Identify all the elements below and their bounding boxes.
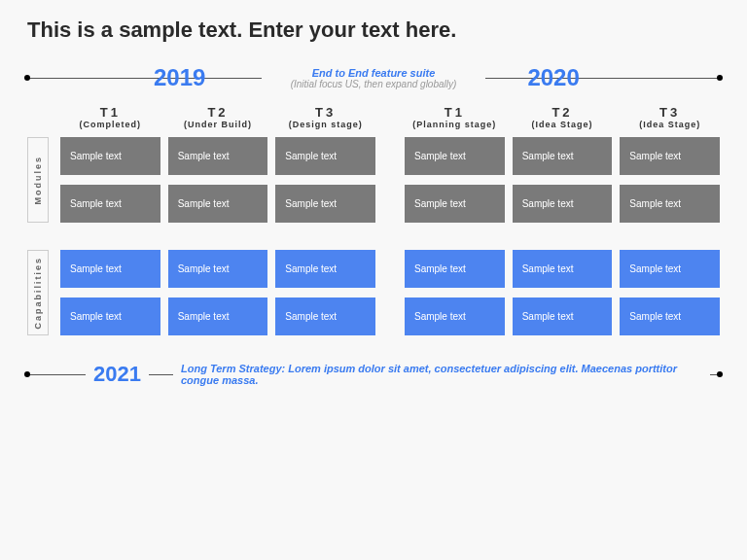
category-block: ModulesSample textSample textSample text…: [27, 137, 720, 223]
row-cells: Sample textSample textSample text: [60, 137, 375, 175]
category-label-text: Modules: [33, 156, 43, 205]
timeline-dot-left: [24, 75, 30, 81]
row-cells: Sample textSample textSample text: [60, 185, 375, 223]
category-grid: Sample textSample textSample textSample …: [60, 137, 720, 223]
stage-col: T1 (Planning stage): [405, 105, 505, 129]
year-left: 2019: [148, 64, 211, 91]
center-title: End to End feature suite: [275, 67, 472, 79]
stage-s: (Design stage): [275, 120, 375, 129]
cell: Sample text: [405, 185, 505, 223]
stage-group-2020: T1 (Planning stage) T2 (Idea Stage) T3 (…: [405, 105, 720, 129]
cell: Sample text: [60, 185, 160, 223]
cell: Sample text: [620, 137, 720, 175]
center-subtitle: (Initial focus US, then expand globally): [275, 79, 472, 89]
cell: Sample text: [275, 250, 375, 288]
cell: Sample text: [275, 137, 375, 175]
category-block: CapabilitiesSample textSample textSample…: [27, 250, 720, 335]
stage-col: T1 (Completed): [60, 105, 160, 129]
cell: Sample text: [513, 137, 613, 175]
row-cells: Sample textSample textSample text: [405, 137, 720, 175]
timeline: 2019 2020 End to End feature suite (Init…: [27, 56, 720, 99]
stage-col: T2 (Idea Stage): [513, 105, 613, 129]
stage-s: (Completed): [60, 120, 160, 129]
category-label: Capabilities: [27, 250, 49, 335]
cell: Sample text: [513, 250, 613, 288]
cell: Sample text: [168, 137, 268, 175]
stage-col: T3 (Idea Stage): [620, 105, 720, 129]
row-cells: Sample textSample textSample text: [60, 250, 375, 288]
cell: Sample text: [168, 185, 268, 223]
footer-bar: 2021 Long Term Strategy: Lorem ipsum dol…: [27, 359, 720, 390]
cell: Sample text: [513, 185, 613, 223]
stage-t: T1: [405, 105, 505, 120]
row-cells: Sample textSample textSample text: [405, 185, 720, 223]
year-grid-2019: Sample textSample textSample textSample …: [60, 137, 375, 223]
category-label: Modules: [27, 137, 49, 223]
row-cells: Sample textSample textSample text: [405, 250, 720, 288]
cell: Sample text: [60, 250, 160, 288]
stage-col: T3 (Design stage): [275, 105, 375, 129]
stage-t: T2: [513, 105, 613, 120]
cell: Sample text: [275, 298, 375, 335]
cell: Sample text: [620, 250, 720, 288]
stage-s: (Under Build): [168, 120, 268, 129]
stage-s: (Planning stage): [405, 120, 505, 129]
stage-t: T1: [60, 105, 160, 120]
row-cells: Sample textSample textSample text: [60, 298, 375, 335]
cell: Sample text: [60, 298, 160, 335]
cell: Sample text: [620, 298, 720, 335]
cell: Sample text: [60, 137, 160, 175]
category-label-text: Capabilities: [33, 257, 43, 330]
cell: Sample text: [513, 298, 613, 335]
footer-text: Long Term Strategy: Lorem ipsum dolor si…: [173, 359, 710, 390]
year-grid-2020: Sample textSample textSample textSample …: [405, 137, 720, 223]
stage-header-row: T1 (Completed) T2 (Under Build) T3 (Desi…: [60, 105, 720, 129]
stage-s: (Idea Stage): [620, 120, 720, 129]
stage-t: T3: [275, 105, 375, 120]
timeline-center-box: End to End feature suite (Initial focus …: [262, 65, 485, 91]
cell: Sample text: [620, 185, 720, 223]
year-grid-2019: Sample textSample textSample textSample …: [60, 250, 375, 335]
cell: Sample text: [168, 298, 268, 335]
year-right: 2020: [521, 64, 585, 91]
cell: Sample text: [405, 250, 505, 288]
stage-t: T2: [168, 105, 268, 120]
cell: Sample text: [275, 185, 375, 223]
timeline-dot-right: [717, 75, 723, 81]
year-grid-2020: Sample textSample textSample textSample …: [405, 250, 720, 335]
footer-dot-left: [24, 371, 30, 377]
cell: Sample text: [405, 137, 505, 175]
stage-group-2019: T1 (Completed) T2 (Under Build) T3 (Desi…: [60, 105, 375, 129]
page-title: This is a sample text. Enter your text h…: [27, 18, 720, 43]
cell: Sample text: [168, 250, 268, 288]
footer-year: 2021: [86, 362, 149, 387]
stage-t: T3: [620, 105, 720, 120]
category-grid: Sample textSample textSample textSample …: [60, 250, 720, 335]
stage-s: (Idea Stage): [513, 120, 613, 129]
row-cells: Sample textSample textSample text: [405, 298, 720, 335]
footer-dot-right: [717, 371, 723, 377]
stage-col: T2 (Under Build): [168, 105, 268, 129]
cell: Sample text: [405, 298, 505, 335]
